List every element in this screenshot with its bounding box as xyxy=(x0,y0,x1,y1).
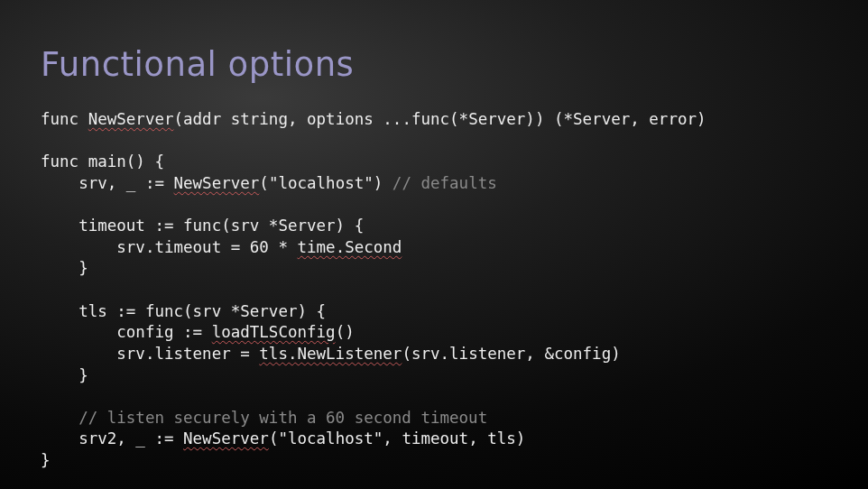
identifier-tls-newlistener: tls.NewListener xyxy=(259,345,402,363)
code-line-6: timeout := func(srv *Server) { xyxy=(41,217,364,235)
identifier-time-second: time.Second xyxy=(297,238,402,256)
code-line-17: } xyxy=(41,451,51,469)
code-line-11: config := loadTLSConfig() xyxy=(41,323,355,341)
code-line-8: } xyxy=(41,259,88,277)
code-line-16: srv2, _ := NewServer("localhost", timeou… xyxy=(41,429,525,447)
code-line-12: srv.listener = tls.NewListener(srv.liste… xyxy=(41,345,621,363)
code-line-13: } xyxy=(41,366,88,384)
code-line-15: // listen securely with a 60 second time… xyxy=(41,409,487,427)
comment-defaults: // defaults xyxy=(392,174,497,192)
code-line-3: func main() { xyxy=(41,152,164,171)
identifier-loadtlsconfig: loadTLSConfig xyxy=(212,323,336,341)
code-line-1: func NewServer(addr string, options ...f… xyxy=(41,110,706,128)
identifier-newserver-call2: NewServer xyxy=(183,429,269,447)
slide-title: Functional options xyxy=(41,45,827,84)
identifier-newserver-call1: NewServer xyxy=(174,174,260,192)
code-line-10: tls := func(srv *Server) { xyxy=(41,302,326,320)
code-block: func NewServer(addr string, options ...f… xyxy=(41,109,827,472)
code-line-7: srv.timeout = 60 * time.Second xyxy=(41,238,402,256)
code-line-4: srv, _ := NewServer("localhost") // defa… xyxy=(41,174,497,192)
slide: Functional options func NewServer(addr s… xyxy=(0,0,868,489)
identifier-newserver: NewServer xyxy=(88,110,174,128)
